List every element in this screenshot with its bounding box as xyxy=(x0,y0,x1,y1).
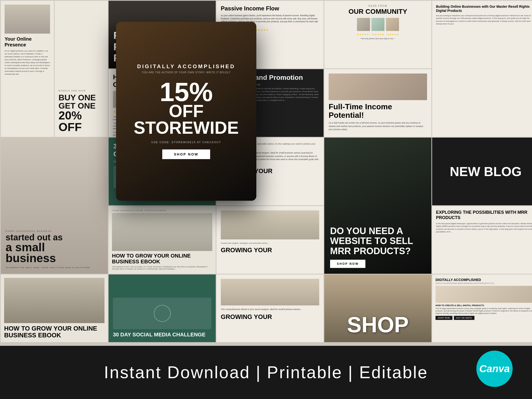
get-one-text: GET ONE xyxy=(59,102,104,110)
card-30day-bottom: 30 DAY SOCIAL MEDIA CHALLENGE xyxy=(109,274,216,342)
card-ebook: Packed with insights, strategies, and ac… xyxy=(216,206,324,274)
content-area: Your Online Presence ell our digital pro… xyxy=(0,0,532,346)
card-exploring-mrr: EXPLORING THE POSSIBILITIES WITH MRR PRO… xyxy=(432,206,532,274)
ebook-body: Packed with insights, strategies, and ac… xyxy=(221,242,319,244)
30day-bottom-title: 30 DAY SOCIAL MEDIA CHALLENGE xyxy=(113,332,211,338)
new-blog-title: NEW BLOG xyxy=(450,164,522,179)
da-insta: JOIN US ON INSTAGRAM @MASTERRESELLRIGHTS… xyxy=(436,282,532,284)
card-presence: Your Online Presence ell our digital pro… xyxy=(1,1,54,137)
growing-img xyxy=(221,279,319,305)
canva-logo-text: Canva xyxy=(479,363,510,375)
card-grow-ebook: YOUR BUSINESS GROW YOUR BUSINESS HOW TO … xyxy=(109,206,216,274)
fulltime-body: As a side hustle can evolve into a full-… xyxy=(329,121,427,131)
grow-sub: THIS EBOOK IS NOT JUST A GUIDE; IT'S YOU… xyxy=(112,266,212,271)
shop-label: SHOP xyxy=(347,312,409,337)
growing-body-bottom: This comprehensive eBook is your secret … xyxy=(221,308,319,311)
passion-title: Building Online Businesses with Our Mast… xyxy=(436,5,532,13)
stars-3: ★★★★★ xyxy=(255,28,268,32)
focal-code: USE CODE: STOREWIDE15 AT CHECKOUT xyxy=(134,141,239,144)
small-biz-sub: CELEBRATE THE SMALL WINS, THESE LEAD TO … xyxy=(6,266,103,269)
card-website: DO YOU NEED A WEBSITE TO SELL MRR PRODUC… xyxy=(324,138,431,274)
footer-text: Instant Download | Printable | Editable xyxy=(104,363,428,382)
fulltime-title: Full-Time Income Potential! xyxy=(329,103,427,119)
presence-title: Your Online Presence xyxy=(5,36,50,48)
mrr-title: EXPLORING THE POSSIBILITIES WITH MRR PRO… xyxy=(436,210,532,220)
da-buttons: SHOP NOW OUT ON INSTA xyxy=(436,316,532,320)
bundle-subtitle: BUNDLE AND SAVE xyxy=(59,89,104,92)
website-title: DO YOU NEED A WEBSITE TO SELL MRR PRODUC… xyxy=(330,226,426,256)
focal-shop-btn[interactable]: SHOP NOW xyxy=(162,149,210,159)
card-fulltime: Full-Time Income Potential! As a side hu… xyxy=(324,69,431,137)
community-title: OUR COMMUNITY xyxy=(348,8,407,15)
focal-brand: DIGITALLY ACCOMPLISHED xyxy=(134,63,239,70)
focal-tagline: YOU ARE THE AUTHOR OF YOUR OWN STORY; WR… xyxy=(134,71,239,74)
grow-title: HOW TO GROW YOUR ONLINE BUSINESS EBOOK xyxy=(112,253,212,265)
da-insta-btn[interactable]: OUT ON INSTA xyxy=(454,316,474,320)
passion-body: Are you looking to transform your entrep… xyxy=(436,14,532,25)
community-photos xyxy=(357,18,399,31)
focal-storewide: STOREWIDE xyxy=(134,119,239,136)
focal-card: DIGITALLY ACCOMPLISHED YOU ARE THE AUTHO… xyxy=(116,22,256,201)
card-shop: SHOP xyxy=(324,274,431,342)
community-photo-3 xyxy=(386,18,399,31)
website-shop-btn[interactable]: SHOP NOW xyxy=(330,260,365,268)
ebook-image xyxy=(221,210,319,239)
focal-percent: 15% xyxy=(134,81,239,103)
buy-one-text: BUY ONE xyxy=(59,93,104,102)
small-biz-content: EVERY SUCCESSFUL BUSINESS started out as… xyxy=(6,230,103,269)
da-image xyxy=(436,286,532,303)
growing-bottom-title: GROWING YOUR xyxy=(221,313,319,321)
mrr-body: In the fast-paced digital landscape, opp… xyxy=(436,222,532,233)
card-growing-bottom: This comprehensive eBook is your secret … xyxy=(216,274,324,342)
stars-c: ★★★★★ xyxy=(387,33,399,36)
grow-biz-image xyxy=(4,278,104,323)
ebook-title: GROWING YOUR xyxy=(221,246,319,254)
stars-b: ★★★★★ xyxy=(372,33,384,36)
fulltime-image xyxy=(329,74,427,100)
da-subtitle: HOW TO CREATE & SELL DIGITAL PRODUCTS xyxy=(436,304,532,307)
canva-badge: Canva xyxy=(476,351,513,387)
stars-a: ★★★★★ xyxy=(357,33,369,36)
screenshot-container: Your Online Presence ell our digital pro… xyxy=(0,0,532,399)
presence-image xyxy=(5,5,50,34)
card-small-biz: EVERY SUCCESSFUL BUSINESS started out as… xyxy=(1,138,108,274)
da-shop-btn[interactable]: SHOP NOW xyxy=(436,316,452,320)
community-stars: ★★★★★ ★★★★★ ★★★★★ xyxy=(357,33,399,36)
small-biz-line3: business xyxy=(6,253,103,264)
grow-image xyxy=(112,213,212,251)
community-review: "This was perfect and very easy to use..… xyxy=(360,37,396,40)
small-biz-prefix: EVERY SUCCESSFUL BUSINESS xyxy=(6,230,103,232)
small-biz-line1: started out as xyxy=(6,233,103,242)
da-title: DIGITALLY ACCOMPLISHED xyxy=(436,278,532,282)
website-content: DO YOU NEED A WEBSITE TO SELL MRR PRODUC… xyxy=(330,226,426,268)
focal-off: OFF xyxy=(134,103,239,119)
presence-body: ell our digital products, you need an e … xyxy=(5,50,50,76)
community-prefix: HEAR FROM xyxy=(369,5,387,7)
grow-biz-title: HOW TO GROW YOUR ONLINE BUSINESS EBOOK xyxy=(4,325,104,339)
grow-ticker: YOUR BUSINESS GROW YOUR BUSINESS xyxy=(112,209,212,212)
passive-title: Passive Income Flow xyxy=(221,5,319,12)
footer: Instant Download | Printable | Editable xyxy=(0,346,532,399)
focal-content: DIGITALLY ACCOMPLISHED YOU ARE THE AUTHO… xyxy=(134,63,239,159)
card-community-top: HEAR FROM OUR COMMUNITY ★★★★★ ★★★★★ ★★★★… xyxy=(324,1,431,68)
card-digitally-acc: DIGITALLY ACCOMPLISHED JOIN US ON INSTAG… xyxy=(432,274,532,342)
da-body: This 34-page hyperlinked treasure is you… xyxy=(436,307,532,314)
card-grow-biz-bottom: HOW TO GROW YOUR ONLINE BUSINESS EBOOK xyxy=(1,274,108,342)
community-photo-1 xyxy=(357,18,370,31)
card-buy-one: BUNDLE AND SAVE BUY ONE GET ONE 20% OFF xyxy=(55,1,108,137)
30day-img xyxy=(113,298,211,329)
discount-text: 20% OFF xyxy=(59,110,104,133)
small-biz-line2: a small xyxy=(6,242,103,253)
card-new-blog: NEW BLOG xyxy=(432,138,532,205)
community-photo-2 xyxy=(371,18,384,31)
focal-wrapper: DIGITALLY ACCOMPLISHED YOU ARE THE AUTHO… xyxy=(116,22,256,201)
card-passion: Building Online Businesses with Our Mast… xyxy=(432,1,532,137)
